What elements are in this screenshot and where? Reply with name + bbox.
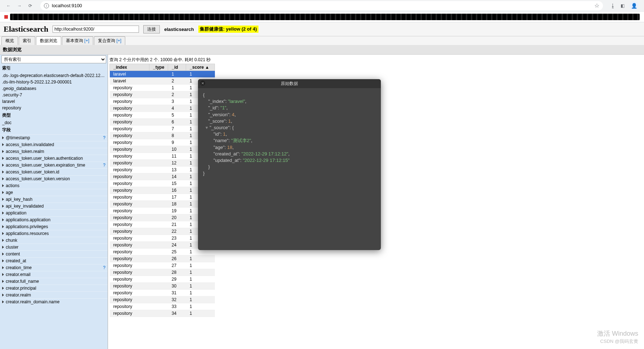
sidebar-field-item[interactable]: @timestamp? [0,134,108,141]
table-row[interactable]: repository291 [110,276,215,283]
sidebar-field-item[interactable]: api_key_invalidated [0,203,108,209]
sidebar-index-item[interactable]: .ds-ilm-history-5-2022.12.29-000001 [0,79,108,85]
avatar[interactable]: 👤 [630,1,638,10]
sidebar-field-item[interactable]: access_token.invalidated [0,141,108,148]
info-icon[interactable]: i [44,3,49,8]
sidebar-field-item[interactable]: applications.resources [0,230,108,237]
index-select[interactable]: 所有索引 [1,55,106,63]
back-icon[interactable]: ← [6,3,12,9]
sidebar-index-item[interactable]: .ds-.logs-deprecation.elasticsearch-defa… [0,72,108,79]
expand-icon [2,212,4,214]
table-row[interactable]: repository311 [110,290,215,296]
expand-icon [2,150,4,153]
th-type[interactable]: _type [149,64,168,71]
bookmarks-blurred [10,14,640,20]
sidebar-field-item[interactable]: applications.privileges [0,223,108,230]
panel-icon[interactable]: ◧ [621,3,625,8]
th-index[interactable]: _index [110,64,149,71]
table-row[interactable]: repository331 [110,303,215,310]
expand-icon [2,273,4,276]
help-icon[interactable]: ? [103,265,105,270]
query-info: 查询 2 个分片中用的 2 个. 10000 命中. 耗时 0.021 秒 [109,56,644,64]
th-score[interactable]: _score ▲ [186,64,215,71]
tab-compound-query[interactable]: 复合查询 [+] [94,36,125,45]
sidebar-field-item[interactable]: access_token.user_token.expiration_time? [0,162,108,168]
table-row[interactable]: laravel11 [110,71,215,78]
sidebar-field-item[interactable]: creator.realm [0,291,108,298]
connect-button[interactable]: 连接 [143,25,160,33]
sidebar-index-item[interactable]: .security-7 [0,92,108,98]
reload-icon[interactable]: ⟳ [27,3,33,9]
sidebar-index-item[interactable]: .geoip_databases [0,85,108,92]
sidebar-field-item[interactable]: applications.application [0,216,108,223]
tab-index[interactable]: 索引 [19,36,35,45]
sidebar-index-item[interactable]: repository [0,105,108,111]
sidebar-field-item[interactable]: age [0,189,108,196]
sidebar-type-item[interactable]: _doc [0,119,108,126]
sidebar-field-item[interactable]: creator.principal [0,285,108,291]
sidebar-field-item[interactable]: access_token.realm [0,148,108,155]
download-icon[interactable]: ⭳ [610,3,616,9]
th-id[interactable]: _id [168,64,186,71]
star-icon[interactable]: ☆ [594,2,599,9]
sidebar-field-item[interactable]: api_key_hash [0,196,108,203]
modal-title-bar[interactable]: ✕ 原始数据 [198,79,381,88]
expand-icon [2,287,4,290]
expand-icon [2,136,4,139]
expand-icon [2,143,4,146]
es-host-input[interactable] [53,26,139,33]
bookmark-icon[interactable] [4,15,8,19]
cluster-health: 集群健康值: yellow (2 of 4) [198,26,258,33]
sidebar-field-item[interactable]: cluster [0,244,108,250]
address-bar[interactable]: i ☆ [40,1,603,10]
sidebar-field-item[interactable]: content [0,250,108,257]
modal-body[interactable]: { "_index": "laravel", "_id": "1", "_ver… [198,88,381,250]
sidebar-field-item[interactable]: access_token.user_token.id [0,168,108,175]
table-row[interactable]: repository281 [110,269,215,276]
sidebar-field-item[interactable]: chunk [0,237,108,244]
sidebar-index-item[interactable]: laravel [0,98,108,105]
sidebar-field-item[interactable]: creator.email [0,271,108,278]
expand-icon [2,294,4,296]
sidebar-field-item[interactable]: creation_time? [0,264,108,271]
help-icon[interactable]: ? [103,163,105,168]
url-input[interactable] [52,3,591,8]
expand-icon [2,177,4,180]
expand-icon [2,205,4,208]
sub-title: 数据浏览 [0,45,644,55]
tab-bar: 概览 索引 数据浏览 基本查询 [+] 复合查询 [+] [0,36,644,45]
sidebar-field-item[interactable]: created_at [0,257,108,264]
expand-icon [2,164,4,167]
expand-icon [2,239,4,242]
tab-overview[interactable]: 概览 [1,36,18,45]
raw-data-modal: ✕ 原始数据 { "_index": "laravel", "_id": "1"… [198,79,381,250]
sidebar-field-item[interactable]: access_token.user_token.authentication [0,155,108,162]
sidebar-head-type: 类型 [0,111,108,119]
table-row[interactable]: repository261 [110,255,215,262]
close-icon[interactable]: ✕ [200,81,205,86]
table-row[interactable]: repository301 [110,283,215,290]
sidebar-field-item[interactable]: access_token.user_token.version [0,175,108,182]
forward-icon[interactable]: → [17,3,22,9]
es-header: Elasticsearch 连接 elasticsearch 集群健康值: ye… [0,22,644,36]
sidebar-field-item[interactable]: application [0,209,108,216]
es-logo: Elasticsearch [4,24,48,34]
expand-icon [2,253,4,255]
table-row[interactable]: repository341 [110,310,215,317]
tab-browse[interactable]: 数据浏览 [36,36,61,45]
sidebar-head-index: 索引 [0,64,108,72]
expand-icon [2,184,4,187]
expand-icon [2,198,4,201]
tab-basic-query[interactable]: 基本查询 [+] [62,36,93,45]
sidebar-field-item[interactable]: creator.full_name [0,278,108,285]
sidebar: 所有索引 索引 .ds-.logs-deprecation.elasticsea… [0,55,108,349]
table-row[interactable]: repository321 [110,296,215,303]
sidebar-field-item[interactable]: actions [0,182,108,189]
sidebar-field-item[interactable]: creator.realm_domain.name [0,298,108,305]
expand-icon [2,232,4,235]
expand-icon [2,171,4,173]
expand-icon [2,280,4,283]
help-icon[interactable]: ? [103,135,105,140]
expand-icon [2,259,4,262]
table-row[interactable]: repository271 [110,262,215,269]
